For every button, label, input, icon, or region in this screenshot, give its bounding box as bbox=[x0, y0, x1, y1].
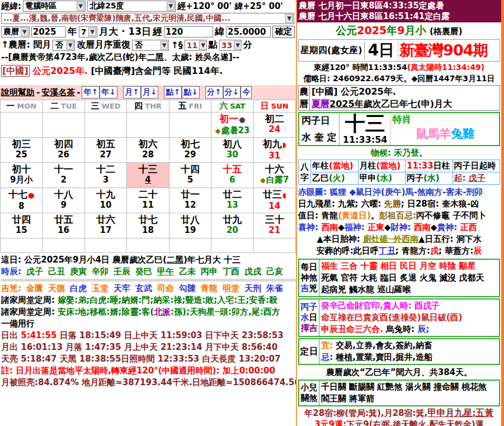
calendar-day-cell[interactable]: 初九◗31 bbox=[253, 138, 295, 163]
calendar-day-cell[interactable]: 十一2 bbox=[43, 163, 84, 188]
calendar-empty-cell bbox=[169, 238, 211, 253]
year-down-button[interactable]: 年↓ bbox=[100, 86, 117, 99]
coord-readout: 經+120° 00' 緯+25° 00' bbox=[177, 1, 283, 12]
calendar-day-cell[interactable]: 十六◆白露7 bbox=[253, 163, 295, 188]
section-label: ↑§ bbox=[171, 40, 182, 50]
year-up-button[interactable]: 年↑ bbox=[82, 86, 100, 99]
longitude-label: 經 bbox=[153, 25, 162, 38]
latitude-label: 緯 bbox=[215, 25, 224, 38]
dynasty-era-select[interactable]: ...夏...漢,魏,晉,南朝(宋齊梁陳)隋唐,五代,宋元明清,民國,中國...… bbox=[1, 13, 294, 24]
minute-label: 分 bbox=[243, 39, 252, 51]
hour-select[interactable]: 11▼ bbox=[185, 40, 207, 51]
timezone-select[interactable]: 電腦時區▼ bbox=[23, 1, 86, 12]
god-label: 喜神: bbox=[298, 222, 321, 232]
calendar-day-cell[interactable]: 三十21 bbox=[253, 213, 295, 238]
jixiong-line: 吉兇:金匱天德白虎玉堂天牢玄武司命勾陳青龍明堂天刑朱雀 bbox=[1, 283, 296, 294]
tea-link[interactable]: 安溪名茶 bbox=[41, 87, 75, 98]
jixiong-star: 司命 bbox=[157, 283, 174, 293]
calendar-day-cell[interactable]: 十四5 bbox=[169, 163, 211, 188]
calendar-day-cell[interactable]: 十三4 bbox=[127, 163, 169, 188]
left-panel: 經緯: 電腦時區▼ 北緯25度▼ 經+120° 00' 緯+25° 00' ..… bbox=[0, 0, 296, 426]
jixiong-star: 白虎 bbox=[70, 283, 87, 293]
today-button[interactable]: 今 bbox=[241, 86, 252, 99]
calendar-day-cell[interactable]: 廿五16 bbox=[43, 213, 84, 238]
calendar-day-cell[interactable]: 十八9 bbox=[43, 188, 84, 213]
country-badge: [中國] bbox=[1, 65, 30, 77]
leap-month-select[interactable]: 否▼ bbox=[53, 40, 75, 51]
weekday-header-mon: 一MON bbox=[1, 100, 43, 113]
calendar-day-cell[interactable]: 十二3 bbox=[84, 163, 126, 188]
calendar-day-cell[interactable]: 初一●◆處暑23 bbox=[211, 113, 253, 138]
year-input[interactable] bbox=[31, 26, 66, 38]
calendar-day-cell[interactable]: 初八30 bbox=[211, 138, 253, 163]
minute-up-button[interactable]: 分↑ bbox=[205, 86, 223, 99]
daily-shensha-box: 每日神煞 吉兇 福生 三合 十靈 相日 民日 月空 時陰 顯星 死氣 官符 大耗… bbox=[298, 259, 500, 297]
lucky-gods-line: 喜神: 西南◆福神: 正東◆財神: 西南◆貴神: 正西 bbox=[298, 222, 500, 233]
shichen-line: 時辰:戊子己丑庚寅辛卯壬辰癸巳甲午乙未丙申丁酉戊戌己亥 bbox=[1, 266, 296, 278]
divider bbox=[1, 279, 296, 282]
month-repeat-select[interactable]: 否▼ bbox=[132, 40, 169, 51]
weekday-header-sun: 日SUN bbox=[253, 100, 295, 113]
calendar-day-cell[interactable]: 十七●8 bbox=[1, 188, 43, 213]
calendar-day-cell[interactable]: 初七29 bbox=[169, 138, 211, 163]
weekday-header-wed: 三WED bbox=[84, 100, 126, 113]
calendar-empty-cell bbox=[84, 238, 126, 253]
calendar-day-cell[interactable]: 廿三◖14 bbox=[253, 188, 295, 213]
hour-down-button[interactable]: 點↓ bbox=[182, 86, 200, 99]
calendar-day-cell[interactable]: 廿二13 bbox=[211, 188, 253, 213]
longitude-input[interactable] bbox=[164, 26, 213, 38]
gregorian-title: 公元2025年9月小 (格裏曆) bbox=[297, 22, 501, 39]
calendar-day-cell[interactable]: 廿九20 bbox=[211, 213, 253, 238]
calendar-day-cell[interactable]: 十九10 bbox=[84, 188, 126, 213]
bazi-table: 八字 年柱(當地) 月柱(當地) 11:33日柱 丙子日起時 乙巳(火) 甲申(… bbox=[298, 160, 500, 185]
calendar-day-cell[interactable]: 廿八19 bbox=[169, 213, 211, 238]
latitude-input[interactable] bbox=[226, 26, 271, 38]
toolbar-buttons: 年↑年↓月↑月↓點↑點↓分↑分↓今 bbox=[82, 86, 252, 99]
shichen-stem: 戊戌 bbox=[244, 266, 261, 277]
moon-phase-icon: ◖ bbox=[282, 191, 286, 199]
latitude-select[interactable]: 北緯25度▼ bbox=[87, 1, 176, 12]
month-select[interactable]: 7▼ bbox=[79, 26, 97, 38]
chevron-down-icon: ▼ bbox=[67, 41, 74, 50]
calendar-day-cell[interactable]: 初十9月小 bbox=[1, 163, 43, 188]
day-ganzhi: 丙子日 bbox=[302, 114, 337, 127]
moon-phase-icon: ● bbox=[28, 191, 34, 199]
calendar-empty-cell bbox=[84, 113, 126, 138]
chevron-down-icon: ▼ bbox=[199, 41, 207, 50]
diamond-separator-icon: ◆ bbox=[384, 222, 391, 232]
month-down-button[interactable]: 月↓ bbox=[141, 86, 159, 99]
calendar-day-cell[interactable]: 廿四15 bbox=[1, 213, 43, 238]
god-direction: 正東 bbox=[368, 222, 384, 232]
banner-line-1: 農曆 七月初一日東8區4:33:35定處暑 bbox=[299, 1, 500, 11]
help-link[interactable]: 說明幫助 bbox=[1, 87, 35, 98]
jixiong-label: 吉兇: bbox=[1, 283, 21, 293]
calendar-day-cell[interactable]: 十五6 bbox=[211, 163, 253, 188]
calendar-day-cell[interactable]: 廿一12 bbox=[169, 188, 211, 213]
day-pillar-value: 丙子(水) bbox=[406, 172, 453, 185]
calendar-day-cell[interactable]: 廿七18 bbox=[127, 213, 169, 238]
minute-down-button[interactable]: 分↓ bbox=[223, 86, 241, 99]
moon-phase-icon: ◗ bbox=[282, 141, 286, 149]
calendar-day-cell[interactable]: 初四26 bbox=[43, 138, 84, 163]
calendar-type-select[interactable]: 農曆▼ bbox=[1, 26, 30, 38]
calendar-day-cell[interactable]: 初五27 bbox=[84, 138, 126, 163]
calendar-day-cell[interactable]: 初三25 bbox=[1, 138, 43, 163]
daylight-line: 天亮 5:18:47 天黑 18:38:55日照時間 12:33:53 白天長度… bbox=[1, 353, 296, 365]
jixiong-star: 玉堂 bbox=[92, 283, 109, 293]
confirm-button[interactable]: 確定 bbox=[272, 26, 295, 38]
year-label: 年 bbox=[68, 25, 77, 38]
calendar-day-cell[interactable]: 初六28 bbox=[127, 138, 169, 163]
calendar-day-cell[interactable]: 二十11 bbox=[127, 188, 169, 213]
fetal-god-line: ▲本日胎神: 廚灶碓─外西南▲日五行: 洞下水 bbox=[298, 233, 500, 245]
weekday-row: 星期四(處女座) 4日 新臺灣904期 bbox=[298, 39, 500, 62]
lunar-line-1: [中國] 公元2025年. bbox=[312, 86, 500, 98]
month-up-button[interactable]: 月↑ bbox=[123, 86, 141, 99]
hour-up-button[interactable]: 點↑ bbox=[164, 86, 182, 99]
calendar-day-cell[interactable]: 初二24 bbox=[253, 113, 295, 138]
minute-select[interactable]: 33▼ bbox=[219, 40, 242, 51]
weekday-header-fri: 五FRI bbox=[169, 100, 211, 113]
calendar-day-cell[interactable]: 廿六17 bbox=[84, 213, 126, 238]
moon-times-line: 月出 16:01:13 月落 1:47:35 月上中天 21:23:14 月下中… bbox=[1, 341, 296, 353]
clock-time: 11:33:54 bbox=[343, 134, 388, 145]
month-size-label: 月大 · 13日 bbox=[99, 25, 151, 38]
